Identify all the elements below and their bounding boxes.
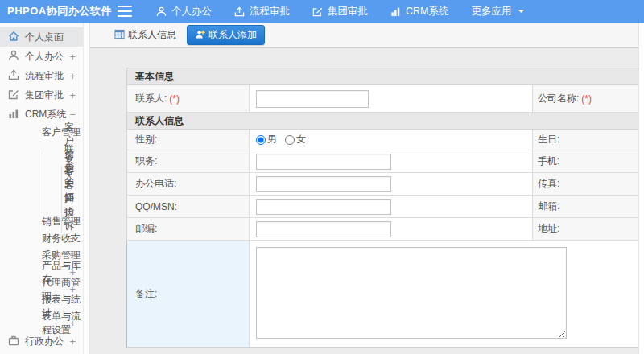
form-row-qq-msn: QQ/MSN: 邮箱: <box>127 196 638 218</box>
job-title-input[interactable] <box>256 154 391 170</box>
sidebar-item-customer-complaint[interactable]: 客户投诉 <box>0 199 83 213</box>
topbar-menu-workflow-approval[interactable]: 流程审批 <box>234 5 290 19</box>
app-brand: PHPOA协同办公软件 <box>0 4 118 19</box>
label-text: 传真: <box>538 177 559 191</box>
edit-icon <box>8 88 19 102</box>
form-row-office-phone: 办公电话: 传真: <box>127 173 638 196</box>
caret-down-icon <box>518 9 525 14</box>
content-scrollbar[interactable] <box>638 23 644 354</box>
briefcase-icon <box>8 335 19 348</box>
sidebar-item-form-workflow-settings[interactable]: 表单与流程设置 + <box>0 315 83 331</box>
sidebar-item-group-approval[interactable]: 集团审批 + <box>0 85 83 105</box>
add-contact-icon <box>195 29 205 42</box>
tab-label: 联系人添加 <box>208 28 257 42</box>
label-text: QQ/MSN: <box>135 201 177 212</box>
topbar-menu-personal-office[interactable]: 个人办公 <box>156 5 212 19</box>
required-marker: (*) <box>581 93 592 105</box>
expand-icon[interactable]: + <box>69 318 76 328</box>
field-label: 职务: <box>127 150 250 172</box>
form-row-zipcode: 邮编: 地址: <box>127 218 638 241</box>
sidebar-item-finance[interactable]: 财务收支 + <box>0 230 83 247</box>
field-label: 备注: <box>127 241 250 347</box>
tab-bar: 联系人信息 联系人添加 <box>90 23 638 48</box>
sidebar-item-personal-office[interactable]: 个人办公 + <box>0 47 83 66</box>
sidebar-item-sales-management[interactable]: 销售管理 + <box>0 213 83 230</box>
radio-label: 男 <box>267 133 277 146</box>
topbar-menu-crm-system[interactable]: CRM系统 <box>390 5 448 19</box>
form-row-notes: 备注: <box>126 241 638 347</box>
sidebar-scrollbar[interactable] <box>83 23 90 354</box>
qq-msn-input[interactable] <box>256 199 391 215</box>
expand-icon[interactable]: + <box>69 233 76 244</box>
sidebar-item-label: 流程审批 <box>25 69 64 83</box>
gender-male-radio[interactable] <box>256 135 266 145</box>
topbar-menu-label: 流程审批 <box>250 5 290 19</box>
expand-icon[interactable]: + <box>69 216 76 227</box>
hamburger-menu-icon[interactable] <box>118 6 132 17</box>
expand-icon[interactable]: + <box>69 336 76 347</box>
field-label: 邮编: <box>127 218 250 240</box>
expand-icon[interactable]: + <box>69 51 76 62</box>
collapse-icon[interactable]: − <box>69 109 76 120</box>
section-header-basic-info: 基本信息 <box>127 68 638 85</box>
label-text: 备注: <box>135 287 157 301</box>
user-icon <box>156 6 167 17</box>
field-cell <box>250 173 533 195</box>
field-label: 传真: <box>533 173 638 195</box>
topbar-menu-group-approval[interactable]: 集团审批 <box>312 5 368 19</box>
field-cell <box>250 196 533 217</box>
contact-form: 基本信息 联系人: (*) 公司名称: (*) 联系人信息 性别: <box>126 68 638 348</box>
field-label: 生日: <box>533 130 638 150</box>
form-row-contact-name: 联系人: (*) 公司名称: (*) <box>127 85 638 113</box>
tab-label: 联系人信息 <box>128 28 176 42</box>
sidebar-item-label: CRM系统 <box>25 108 66 121</box>
gender-radio-group: 男 女 <box>256 133 306 146</box>
label-text: 地址: <box>538 222 559 236</box>
label-text: 邮编: <box>135 222 157 236</box>
contact-name-input[interactable] <box>256 90 369 108</box>
field-label: 办公电话: <box>127 173 250 195</box>
sidebar-item-personal-desktop[interactable]: 个人桌面 <box>0 27 83 47</box>
label-text: 联系人: <box>135 92 167 105</box>
sidebar-item-workflow-approval[interactable]: 流程审批 + <box>0 66 83 85</box>
edit-icon <box>312 6 323 17</box>
section-header-contact-info: 联系人信息 <box>127 113 638 130</box>
form-row-job-title: 职务: 手机: <box>127 150 638 173</box>
tab-add-contact[interactable]: 联系人添加 <box>187 25 265 45</box>
radio-label: 女 <box>296 133 306 146</box>
notes-textarea[interactable] <box>256 247 567 339</box>
home-icon <box>8 31 19 44</box>
topbar-menu-label: 个人办公 <box>171 5 212 19</box>
expand-icon[interactable]: + <box>69 71 76 81</box>
sidebar-item-label: 行政办公 <box>25 335 64 348</box>
field-label: QQ/MSN: <box>127 196 250 217</box>
label-text: 职务: <box>135 154 157 168</box>
field-label: 地址: <box>533 218 638 240</box>
content-area: 基本信息 联系人: (*) 公司名称: (*) 联系人信息 性别: <box>90 48 638 354</box>
field-label: 性别: <box>127 130 250 150</box>
tab-contact-info[interactable]: 联系人信息 <box>110 26 180 44</box>
tree-guide-line <box>61 166 62 233</box>
expand-icon[interactable]: + <box>69 90 76 101</box>
label-text: 生日: <box>538 133 559 146</box>
office-phone-input[interactable] <box>256 176 391 192</box>
topbar-nav: 个人办公 流程审批 集团审批 CRM系统 更多应用 <box>156 5 525 19</box>
field-cell <box>250 241 638 347</box>
approval-icon <box>8 69 19 83</box>
field-label: 手机: <box>533 150 638 172</box>
sidebar: 个人桌面 个人办公 + 流程审批 + 集团审批 + CRM系统 − 客户管理 −… <box>0 23 83 354</box>
field-label: 公司名称: (*) <box>533 85 638 112</box>
chart-icon <box>390 6 401 17</box>
sidebar-item-admin-office[interactable]: 行政办公 + <box>0 331 83 351</box>
approval-icon <box>234 6 245 17</box>
gender-female-radio[interactable] <box>285 135 295 145</box>
topbar-menu-label: CRM系统 <box>406 5 448 19</box>
chart-icon <box>8 108 19 121</box>
user-icon <box>8 50 19 64</box>
topbar-menu-more-apps[interactable]: 更多应用 <box>471 5 525 19</box>
zipcode-input[interactable] <box>256 221 391 237</box>
main-area: 联系人信息 联系人添加 基本信息 联系人: (*) 公司名称: (*) <box>90 23 638 354</box>
label-text: 办公电话: <box>135 177 176 191</box>
sidebar-item-label: 个人桌面 <box>25 31 64 44</box>
topbar-menu-label: 更多应用 <box>471 5 511 19</box>
